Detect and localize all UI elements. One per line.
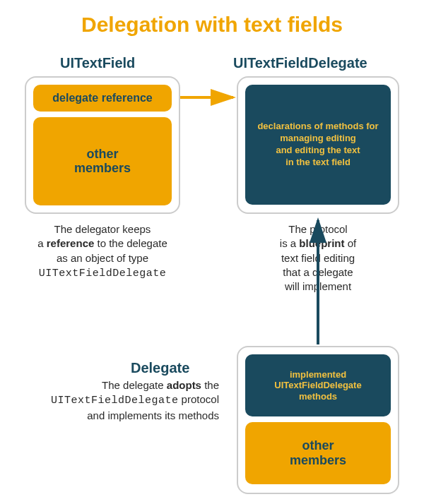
text: othermembers	[74, 148, 131, 176]
line-part: the	[201, 379, 219, 391]
caption-blueprint: The protocol is a blueprint of text fiel…	[237, 222, 399, 294]
line-part: is a	[280, 237, 300, 249]
line: as an object of type	[57, 252, 148, 264]
line: The protocol	[288, 223, 347, 235]
line: managing editing	[280, 133, 356, 145]
bold: reference	[47, 237, 95, 249]
line: will implement	[285, 280, 351, 292]
delegate-reference-pill: delegate reference	[33, 85, 172, 112]
box-delegate: implemented UITextFieldDelegate methods …	[237, 346, 399, 494]
caption-delegator: The delegator keeps a reference to the d…	[25, 222, 180, 281]
text: othermembers	[290, 438, 346, 468]
label-uitextfield: UITextField	[60, 55, 135, 71]
line-part: of	[345, 237, 357, 249]
line: and editing the text	[276, 145, 360, 157]
line: in the text field	[285, 157, 351, 169]
caption-delegate: The delegate adopts the UITextFieldDeleg…	[21, 378, 219, 423]
box-uitextfielddelegate: declarations of methods for managing edi…	[237, 76, 399, 214]
line: declarations of methods for	[257, 121, 378, 133]
line: implemented	[290, 369, 346, 380]
uitextfield-other-members: othermembers	[33, 117, 172, 205]
line: UITextFieldDelegate	[274, 380, 361, 391]
line: text field editing	[281, 252, 355, 264]
line: and implements its methods	[87, 409, 219, 421]
line-part: The delegate	[102, 379, 167, 391]
diagram-title: Delegation with text fields	[0, 0, 424, 37]
delegate-implemented-methods: implemented UITextFieldDelegate methods	[245, 354, 391, 416]
mono: UITextFieldDelegate	[39, 268, 167, 280]
line-part: to the delegate	[94, 237, 167, 249]
box-uitextfield: delegate reference othermembers	[25, 76, 180, 214]
delegate-other-members: othermembers	[245, 422, 391, 484]
bold: blueprint	[299, 237, 344, 249]
line-part: protocol	[178, 393, 219, 405]
line: that a delegate	[283, 266, 353, 278]
mono: UITextFieldDelegate	[51, 395, 179, 407]
line: The delegator keeps	[54, 223, 151, 235]
label-delegate: Delegate	[131, 360, 189, 376]
protocol-declarations: declarations of methods for managing edi…	[245, 85, 391, 205]
line-part: a	[37, 237, 47, 249]
line: methods	[299, 391, 337, 402]
label-uitextfielddelegate: UITextFieldDelegate	[233, 55, 367, 71]
bold: adopts	[167, 379, 201, 391]
